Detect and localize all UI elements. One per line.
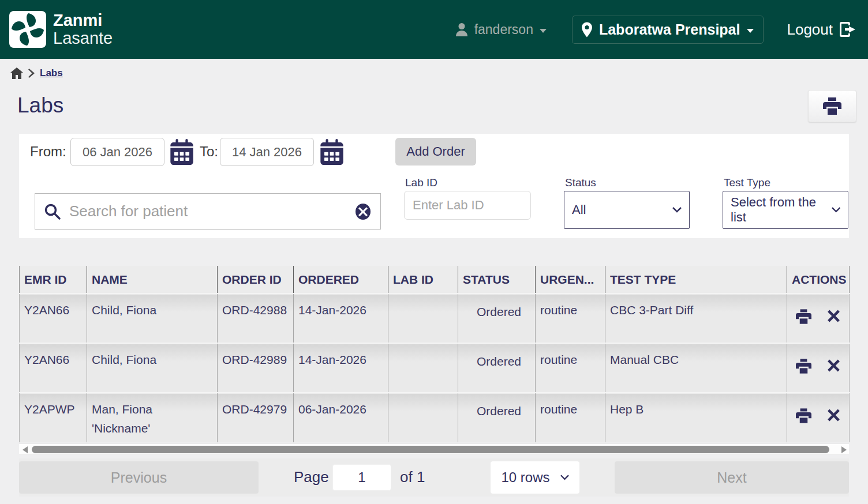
breadcrumb: Labs xyxy=(0,59,868,81)
from-label: From: xyxy=(30,138,66,166)
cell-status: Ordered xyxy=(458,393,536,442)
rows-per-page-select[interactable]: 10 rows xyxy=(491,461,579,494)
cell-lab-id xyxy=(388,343,458,393)
table-row: Y2APWPMan, Fiona 'Nickname'ORD-4297906-J… xyxy=(20,393,850,442)
cell-status: Ordered xyxy=(458,294,536,343)
cell-test-type: Manual CBC xyxy=(605,343,787,393)
cell-actions xyxy=(787,343,850,393)
column-header-2: ORDER ID xyxy=(218,266,294,294)
scroll-left-icon[interactable] xyxy=(23,446,28,453)
status-select[interactable]: All xyxy=(564,191,690,229)
previous-page-button[interactable]: Previous xyxy=(19,461,259,494)
top-bar: Zanmi Lasante fanderson Laboratwa Prensi… xyxy=(0,0,868,59)
chevron-down-icon xyxy=(672,207,682,213)
table-header-row: EMR IDNAMEORDER IDORDEREDLAB IDSTATUSURG… xyxy=(20,266,850,294)
user-menu[interactable]: fanderson xyxy=(455,22,547,37)
column-header-4: LAB ID xyxy=(388,266,458,294)
cancel-order-icon[interactable] xyxy=(826,309,841,330)
zanmi-lasante-logo-icon xyxy=(9,11,46,48)
lab-orders-table: EMR IDNAMEORDER IDORDEREDLAB IDSTATUSURG… xyxy=(19,266,849,442)
cell-urgency: routine xyxy=(536,393,605,442)
cell-name: Child, Fiona xyxy=(87,294,218,343)
clear-search-icon[interactable] xyxy=(354,203,372,220)
column-header-0: EMR ID xyxy=(20,266,87,294)
from-date-input[interactable] xyxy=(70,138,164,166)
chevron-down-icon xyxy=(832,207,840,213)
filter-panel: From: To: Add Order xyxy=(19,134,849,238)
username-label: fanderson xyxy=(474,22,533,37)
patient-search-input[interactable] xyxy=(69,202,346,220)
cell-order-id: ORD-42989 xyxy=(218,343,294,393)
cell-order-id: ORD-42979 xyxy=(218,393,294,442)
page-header: Labs xyxy=(0,81,868,134)
cell-lab-id xyxy=(388,294,458,343)
cell-test-type: Hep B xyxy=(605,393,787,442)
column-header-8: ACTIONS xyxy=(787,266,850,294)
table-row: Y2AN66Child, FionaORD-4298914-Jan-2026Or… xyxy=(20,343,850,393)
lab-id-input[interactable] xyxy=(404,191,531,220)
cell-test-type: CBC 3-Part Diff xyxy=(605,294,787,343)
cancel-order-icon[interactable] xyxy=(826,408,841,429)
logout-label: Logout xyxy=(787,21,833,39)
cell-status: Ordered xyxy=(458,343,536,393)
chevron-down-icon xyxy=(540,29,547,33)
print-order-icon[interactable] xyxy=(796,309,811,330)
test-type-select-value: Select from the list xyxy=(731,195,832,225)
page-number-input[interactable] xyxy=(332,464,391,491)
page-title: Labs xyxy=(17,93,63,118)
cell-actions xyxy=(787,294,850,343)
home-icon[interactable] xyxy=(10,67,23,79)
column-header-5: STATUS xyxy=(458,266,536,294)
logout-button[interactable]: Logout xyxy=(787,21,855,39)
cancel-order-icon[interactable] xyxy=(826,359,841,379)
cell-urgency: routine xyxy=(536,294,605,343)
cell-ordered: 14-Jan-2026 xyxy=(294,294,388,343)
cell-emr-id: Y2AN66 xyxy=(20,294,87,343)
cell-emr-id: Y2APWP xyxy=(20,393,87,442)
to-date-input[interactable] xyxy=(220,138,314,166)
print-page-button[interactable] xyxy=(808,90,856,122)
search-icon xyxy=(44,203,61,220)
logout-icon xyxy=(840,22,855,37)
table-row: Y2AN66Child, FionaORD-4298814-Jan-2026Or… xyxy=(20,294,850,343)
scroll-right-icon[interactable] xyxy=(841,446,847,453)
location-pin-icon xyxy=(582,22,592,37)
test-type-label: Test Type xyxy=(724,176,770,189)
logo-wordmark: Zanmi Lasante xyxy=(53,12,113,48)
test-type-select[interactable]: Select from the list xyxy=(723,191,848,229)
to-calendar-icon[interactable] xyxy=(320,139,343,167)
next-page-button[interactable]: Next xyxy=(615,461,849,494)
printer-icon xyxy=(823,97,841,115)
location-selector[interactable]: Laboratwa Prensipal xyxy=(572,16,764,44)
chevron-right-icon xyxy=(28,69,35,78)
to-label: To: xyxy=(200,138,218,166)
status-label: Status xyxy=(565,176,596,189)
patient-search-box xyxy=(35,193,381,230)
page-label: Page xyxy=(294,468,329,486)
cell-name: Child, Fiona xyxy=(87,343,218,393)
status-select-value: All xyxy=(572,202,586,217)
horizontal-scrollbar[interactable] xyxy=(19,443,849,455)
cell-order-id: ORD-42988 xyxy=(218,294,294,343)
column-header-6: URGEN... xyxy=(536,266,605,294)
print-order-icon[interactable] xyxy=(796,408,811,429)
cell-ordered: 06-Jan-2026 xyxy=(294,393,388,442)
print-order-icon[interactable] xyxy=(796,359,811,379)
location-label: Laboratwa Prensipal xyxy=(599,21,740,38)
user-icon xyxy=(455,22,468,36)
scrollbar-thumb[interactable] xyxy=(32,446,829,453)
cell-ordered: 14-Jan-2026 xyxy=(294,343,388,393)
rows-per-page-value: 10 rows xyxy=(501,469,549,486)
cell-actions xyxy=(787,393,850,442)
table-body: Y2AN66Child, FionaORD-4298814-Jan-2026Or… xyxy=(20,294,850,442)
chevron-down-icon xyxy=(747,29,754,33)
app-logo[interactable]: Zanmi Lasante xyxy=(9,11,113,48)
breadcrumb-link-labs[interactable]: Labs xyxy=(40,67,63,79)
cell-lab-id xyxy=(388,393,458,442)
column-header-1: NAME xyxy=(87,266,218,294)
from-calendar-icon[interactable] xyxy=(170,139,193,167)
cell-urgency: routine xyxy=(536,343,605,393)
column-header-7: TEST TYPE xyxy=(605,266,787,294)
lab-id-label: Lab ID xyxy=(405,176,437,189)
add-order-button[interactable]: Add Order xyxy=(395,138,476,166)
